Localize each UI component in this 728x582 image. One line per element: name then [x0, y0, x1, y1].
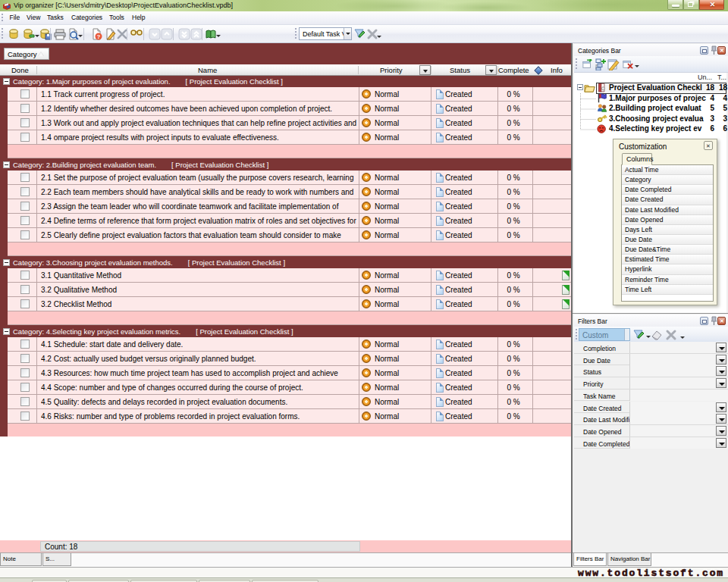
svg-text:?: ? — [97, 33, 101, 40]
